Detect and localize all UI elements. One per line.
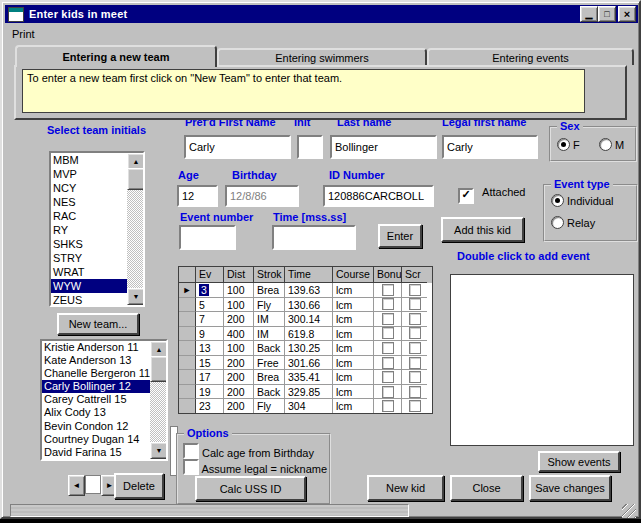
tab-entering-events[interactable]: Entering events <box>427 48 634 65</box>
grid-cell[interactable]: 13 <box>196 341 224 356</box>
grid-cell[interactable]: 619.8 <box>285 327 333 342</box>
list-item[interactable]: Alix Cody 13 <box>42 406 150 419</box>
close-button[interactable]: Close <box>450 475 523 501</box>
scratch-checkbox[interactable] <box>409 313 421 325</box>
tab-entering-a-new-team[interactable]: Entering a new team <box>15 45 217 67</box>
grid-cell[interactable]: 301.66 <box>285 356 333 371</box>
grid-cell[interactable]: 335.41 <box>285 370 333 385</box>
grid-cell[interactable]: 100 <box>224 283 254 298</box>
list-item[interactable]: STRY <box>51 251 127 265</box>
spin-left-icon[interactable]: ◄ <box>68 475 85 496</box>
grid-cell[interactable]: 400 <box>224 327 254 342</box>
enter-button[interactable]: Enter <box>378 224 422 248</box>
list-item[interactable]: NCY <box>51 181 127 195</box>
row-selector-cell[interactable] <box>179 327 196 342</box>
row-selector-cell[interactable] <box>179 356 196 371</box>
grid-row[interactable]: 13100Back130.25lcm <box>179 341 432 356</box>
resize-grip-icon[interactable] <box>622 504 636 518</box>
grid-cell[interactable]: lcm <box>333 356 374 371</box>
grid-cell[interactable]: lcm <box>333 370 374 385</box>
new-team-button[interactable]: New team... <box>57 313 139 335</box>
grid-row[interactable]: 9400IM619.8lcm <box>179 327 432 342</box>
tab-entering-swimmers[interactable]: Entering swimmers <box>217 48 427 65</box>
list-item[interactable]: Chanelle Bergeron 11 <box>42 367 150 380</box>
maximize-icon[interactable]: □ <box>598 6 616 22</box>
list-item[interactable]: RY <box>51 223 127 237</box>
scratch-checkbox[interactable] <box>409 342 421 354</box>
row-selector-cell[interactable] <box>179 298 196 313</box>
scratch-checkbox[interactable] <box>409 386 421 398</box>
list-item[interactable]: WYW <box>51 279 127 293</box>
grid-cell[interactable]: Free <box>254 356 285 371</box>
grid-cell[interactable]: Back <box>254 341 285 356</box>
grid-cell[interactable]: 304 <box>285 399 333 414</box>
list-item[interactable]: WRAT <box>51 265 127 279</box>
list-item[interactable]: Courtney Dugan 14 <box>42 433 150 446</box>
grid-row[interactable]: ►3100Brea139.63lcm <box>179 283 432 298</box>
time-field[interactable] <box>272 225 356 250</box>
grid-row[interactable]: 23200Fly304lcm <box>179 399 432 414</box>
grid-cell[interactable]: lcm <box>333 385 374 400</box>
grid-cell[interactable]: lcm <box>333 283 374 298</box>
grid-column-header[interactable]: Bonu <box>374 267 402 283</box>
grid-cell[interactable]: lcm <box>333 399 374 414</box>
list-item[interactable]: Kristie Anderson 11 <box>42 341 150 354</box>
grid-cell[interactable]: 200 <box>224 399 254 414</box>
list-item[interactable]: MBM <box>51 153 127 167</box>
row-selector-cell[interactable] <box>179 312 196 327</box>
team-list-scrollbar[interactable]: ▲ ▼ <box>127 153 143 305</box>
grid-column-header[interactable]: Time <box>285 267 333 283</box>
grid-cell[interactable]: Fly <box>254 399 285 414</box>
event-number-field[interactable] <box>179 225 236 250</box>
scrollbar-thumb[interactable] <box>150 356 168 382</box>
grid-cell[interactable]: lcm <box>333 312 374 327</box>
menu-print[interactable]: Print <box>9 27 38 41</box>
new-kid-button[interactable]: New kid <box>367 475 444 501</box>
bonus-checkbox[interactable] <box>382 357 394 369</box>
grid-row[interactable]: 7200IM300.14lcm <box>179 312 432 327</box>
scroll-down-icon[interactable]: ▼ <box>127 288 145 305</box>
grid-cell[interactable]: 15 <box>196 356 224 371</box>
list-item[interactable]: MVP <box>51 167 127 181</box>
minimize-icon[interactable]: ▁ <box>580 6 598 22</box>
grid-cell[interactable]: 9 <box>196 327 224 342</box>
grid-cell[interactable]: 200 <box>224 356 254 371</box>
list-item[interactable]: Carey Cattrell 15 <box>42 393 150 406</box>
save-changes-button[interactable]: Save changes <box>529 475 611 501</box>
init-field[interactable] <box>297 135 323 159</box>
grid-cell[interactable]: lcm <box>333 327 374 342</box>
grid-cell[interactable]: IM <box>254 312 285 327</box>
bonus-checkbox[interactable] <box>382 284 394 296</box>
grid-row[interactable]: 15200Free301.66lcm <box>179 356 432 371</box>
grid-cell[interactable]: 5 <box>196 298 224 313</box>
grid-cell[interactable]: 300.14 <box>285 312 333 327</box>
grid-cell[interactable]: 100 <box>224 298 254 313</box>
grid-column-header[interactable]: Dist <box>224 267 254 283</box>
bonus-checkbox[interactable] <box>382 298 394 310</box>
age-field[interactable] <box>177 185 218 207</box>
scratch-checkbox[interactable] <box>409 357 421 369</box>
grid-cell[interactable]: 17 <box>196 370 224 385</box>
row-selector-cell[interactable] <box>179 385 196 400</box>
grid-column-header[interactable]: Strok <box>254 267 285 283</box>
grid-cell[interactable]: 130.66 <box>285 298 333 313</box>
id-number-field[interactable] <box>323 185 434 207</box>
last-name-field[interactable] <box>330 135 437 159</box>
show-events-button[interactable]: Show events <box>538 451 620 472</box>
add-this-kid-button[interactable]: Add this kid <box>441 217 524 242</box>
scratch-checkbox[interactable] <box>409 371 421 383</box>
list-item[interactable]: Bevin Condon 12 <box>42 420 150 433</box>
team-initials-listbox[interactable]: MBMMVPNCYNESRACRYSHKSSTRYWRATWYWZEUS ▲ ▼ <box>49 151 145 307</box>
grid-cell[interactable]: Back <box>254 385 285 400</box>
grid-row[interactable]: 17200Brea335.41lcm <box>179 370 432 385</box>
scroll-down-icon[interactable]: ▼ <box>150 442 168 459</box>
grid-cell[interactable]: 329.85 <box>285 385 333 400</box>
calc-age-checkbox[interactable] <box>183 443 199 459</box>
grid-cell[interactable]: lcm <box>333 298 374 313</box>
row-selector-cell[interactable] <box>179 341 196 356</box>
grid-cell[interactable]: 100 <box>224 341 254 356</box>
list-item[interactable]: Kate Anderson 13 <box>42 354 150 367</box>
meet-events-listbox[interactable] <box>450 274 634 446</box>
list-item[interactable]: SHKS <box>51 237 127 251</box>
bonus-checkbox[interactable] <box>382 342 394 354</box>
